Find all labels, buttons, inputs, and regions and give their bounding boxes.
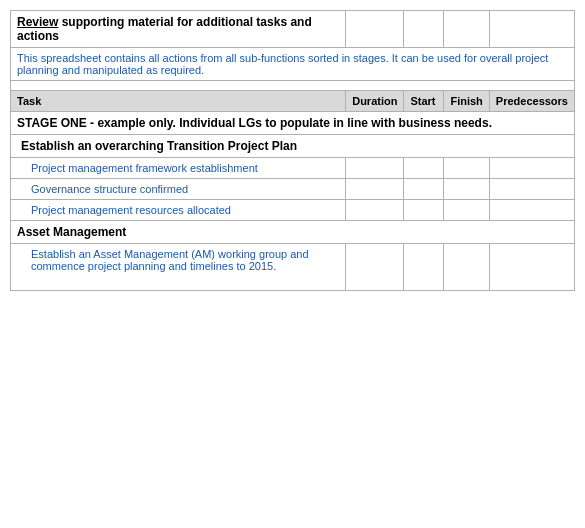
col-header-task: Task (11, 91, 346, 112)
column-header-row: Task Duration Start Finish Predecessors (11, 91, 575, 112)
header-row: Review supporting material for additiona… (11, 11, 575, 48)
task-start-4 (404, 244, 444, 291)
section1-header-cell: Establish an overarching Transition Proj… (11, 135, 575, 158)
task-row-1: Project management framework establishme… (11, 158, 575, 179)
info-text: This spreadsheet contains all actions fr… (17, 52, 548, 76)
task-row-3: Project management resources allocated (11, 200, 575, 221)
main-header-cell: Review supporting material for additiona… (11, 11, 346, 48)
section1-header-label: Establish an overarching Transition Proj… (21, 139, 297, 153)
task-row-4: Establish an Asset Management (AM) worki… (11, 244, 575, 291)
task-row-2: Governance structure confirmed (11, 179, 575, 200)
task-pred-2 (489, 179, 574, 200)
header-pred-empty (489, 11, 574, 48)
task-start-3 (404, 200, 444, 221)
task-pred-1 (489, 158, 574, 179)
header-highlight: Review (17, 15, 58, 29)
task-finish-2 (444, 179, 489, 200)
spacer-cell (11, 81, 575, 91)
task-finish-3 (444, 200, 489, 221)
header-rest: supporting material for additional tasks… (17, 15, 312, 43)
info-cell: This spreadsheet contains all actions fr… (11, 48, 575, 81)
task-start-1 (404, 158, 444, 179)
spacer-row (11, 81, 575, 91)
task-finish-1 (444, 158, 489, 179)
section2-header-cell: Asset Management (11, 221, 575, 244)
task-finish-4 (444, 244, 489, 291)
col-header-predecessors: Predecessors (489, 91, 574, 112)
task-start-2 (404, 179, 444, 200)
task-duration-3 (346, 200, 404, 221)
col-header-duration: Duration (346, 91, 404, 112)
main-table: Review supporting material for additiona… (10, 10, 575, 291)
header-duration-empty (346, 11, 404, 48)
task-cell-2: Governance structure confirmed (11, 179, 346, 200)
task-duration-2 (346, 179, 404, 200)
header-start-empty (404, 11, 444, 48)
task-duration-1 (346, 158, 404, 179)
stage-one-cell: STAGE ONE - example only. Individual LGs… (11, 112, 575, 135)
stage-one-label: STAGE ONE - example only. Individual LGs… (17, 116, 492, 130)
section2-header-label: Asset Management (17, 225, 126, 239)
task-cell-1: Project management framework establishme… (11, 158, 346, 179)
task-pred-4 (489, 244, 574, 291)
section1-header-row: Establish an overarching Transition Proj… (11, 135, 575, 158)
task-cell-4: Establish an Asset Management (AM) worki… (11, 244, 346, 291)
header-finish-empty (444, 11, 489, 48)
page-wrapper: Review supporting material for additiona… (0, 0, 585, 528)
info-row: This spreadsheet contains all actions fr… (11, 48, 575, 81)
stage-one-row: STAGE ONE - example only. Individual LGs… (11, 112, 575, 135)
task-pred-3 (489, 200, 574, 221)
col-header-start: Start (404, 91, 444, 112)
task-duration-4 (346, 244, 404, 291)
col-header-finish: Finish (444, 91, 489, 112)
section2-header-row: Asset Management (11, 221, 575, 244)
task-cell-3: Project management resources allocated (11, 200, 346, 221)
